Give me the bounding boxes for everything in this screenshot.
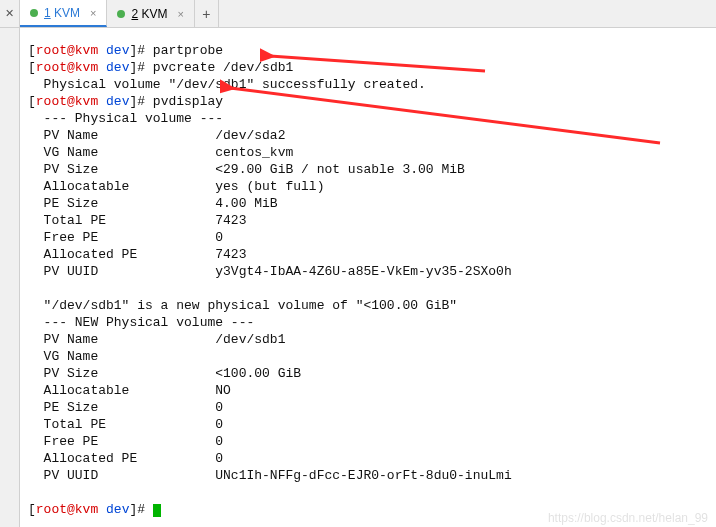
terminal-line: [root@kvm dev]# partprobe <box>28 42 706 59</box>
close-tab-icon[interactable]: × <box>178 8 184 20</box>
terminal-line: [root@kvm dev]# pvdisplay <box>28 93 706 110</box>
terminal-line: Total PE 7423 <box>28 212 706 229</box>
terminal-line: VG Name centos_kvm <box>28 144 706 161</box>
terminal-line: "/dev/sdb1" is a new physical volume of … <box>28 297 706 314</box>
terminal-line: --- Physical volume --- <box>28 110 706 127</box>
tab-2[interactable]: 2 KVM× <box>107 0 194 27</box>
terminal-line: Allocatable NO <box>28 382 706 399</box>
cursor <box>153 504 161 517</box>
terminal-line <box>28 280 706 297</box>
terminal-line: Physical volume "/dev/sdb1" successfully… <box>28 76 706 93</box>
terminal-line: Total PE 0 <box>28 416 706 433</box>
terminal-line: Free PE 0 <box>28 433 706 450</box>
terminal-line: [root@kvm dev]# pvcreate /dev/sdb1 <box>28 59 706 76</box>
terminal-line: Allocated PE 0 <box>28 450 706 467</box>
side-strip <box>0 28 20 527</box>
terminal-line: PV UUID y3Vgt4-IbAA-4Z6U-a85E-VkEm-yv35-… <box>28 263 706 280</box>
tab-label: 2 KVM <box>131 7 167 21</box>
terminal-line <box>28 484 706 501</box>
terminal-line: PV Size <100.00 GiB <box>28 365 706 382</box>
terminal[interactable]: [root@kvm dev]# partprobe[root@kvm dev]#… <box>20 28 716 527</box>
terminal-line: PV Name /dev/sda2 <box>28 127 706 144</box>
tab-1[interactable]: 1 KVM× <box>20 0 107 27</box>
terminal-line: Allocatable yes (but full) <box>28 178 706 195</box>
terminal-line: VG Name <box>28 348 706 365</box>
terminal-line: PE Size 0 <box>28 399 706 416</box>
close-icon[interactable]: ✕ <box>0 0 20 27</box>
terminal-line: Free PE 0 <box>28 229 706 246</box>
tab-label: 1 KVM <box>44 6 80 20</box>
terminal-line: PV UUID UNc1Ih-NFFg-dFcc-EJR0-orFt-8du0-… <box>28 467 706 484</box>
watermark: https://blog.csdn.net/helan_99 <box>548 511 708 525</box>
status-dot-icon <box>117 10 125 18</box>
terminal-line: PV Size <29.00 GiB / not usable 3.00 MiB <box>28 161 706 178</box>
add-tab-button[interactable]: + <box>195 0 219 27</box>
status-dot-icon <box>30 9 38 17</box>
terminal-line: Allocated PE 7423 <box>28 246 706 263</box>
terminal-line: --- NEW Physical volume --- <box>28 314 706 331</box>
close-tab-icon[interactable]: × <box>90 7 96 19</box>
terminal-line: PV Name /dev/sdb1 <box>28 331 706 348</box>
terminal-line: PE Size 4.00 MiB <box>28 195 706 212</box>
tab-bar: ✕ 1 KVM×2 KVM× + <box>0 0 716 28</box>
